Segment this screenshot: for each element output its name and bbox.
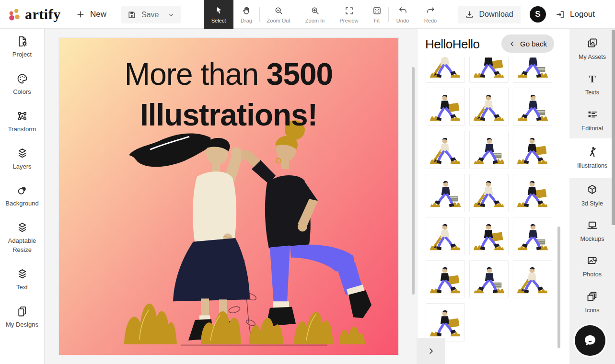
texts-icon: T bbox=[586, 72, 599, 85]
illustration-thumbnail[interactable] bbox=[513, 260, 552, 298]
icons-icon bbox=[586, 290, 599, 303]
panel-tab-photos[interactable]: Photos bbox=[569, 249, 615, 284]
photos-icon bbox=[586, 254, 599, 267]
workspace-scrollbar[interactable] bbox=[412, 67, 415, 295]
panel-tab-icons[interactable]: Icons bbox=[569, 285, 615, 320]
panel-tab-mockups[interactable]: Mockups bbox=[569, 214, 615, 249]
zoom-in-icon bbox=[310, 6, 320, 16]
chevron-right-icon bbox=[427, 347, 435, 355]
tool-fit[interactable]: Fit bbox=[365, 0, 388, 29]
my-assets-icon bbox=[586, 37, 599, 50]
illustration-thumbnail[interactable] bbox=[426, 57, 465, 83]
logout-icon bbox=[555, 10, 565, 20]
sidebar-item-transform[interactable]: ATransform bbox=[1, 110, 43, 134]
illustration-thumbnail[interactable] bbox=[513, 57, 552, 83]
panel-expand-button[interactable] bbox=[417, 338, 445, 364]
text-icon bbox=[16, 268, 29, 281]
tool-zoom-out[interactable]: Zoom Out bbox=[260, 0, 297, 29]
illustration-thumbnail[interactable] bbox=[469, 217, 509, 255]
illustration-thumbnail[interactable] bbox=[513, 174, 552, 212]
cursor-icon bbox=[214, 6, 224, 16]
bushes bbox=[124, 304, 365, 344]
workspace: More than 3500Illustrations! bbox=[45, 29, 417, 364]
download-icon bbox=[465, 10, 474, 19]
chat-bubble-button[interactable] bbox=[575, 325, 605, 356]
sidebar-item-adaptable-resize[interactable]: Adaptable Resize bbox=[1, 221, 43, 255]
save-icon bbox=[127, 10, 137, 20]
tool-group: SelectDragZoom OutZoom InPreviewFitUndoR… bbox=[204, 0, 444, 29]
thumbnail-grid-clip bbox=[426, 57, 557, 364]
editorial-icon bbox=[586, 108, 599, 121]
hand-icon bbox=[242, 6, 252, 16]
illustration-thumbnail[interactable] bbox=[426, 88, 465, 126]
background-icon bbox=[16, 184, 29, 197]
figure-right bbox=[241, 120, 371, 327]
panel-tab-3d-style[interactable]: 3d Style bbox=[569, 178, 615, 214]
colors-icon bbox=[16, 72, 29, 85]
right-sidebar: My AssetsTTextsEditorialIllustrations3d … bbox=[569, 29, 615, 364]
adaptable-resize-icon bbox=[16, 221, 29, 234]
logo-dots-icon bbox=[6, 6, 21, 23]
tool-zoom-in[interactable]: Zoom In bbox=[297, 0, 333, 29]
avatar[interactable]: S bbox=[530, 6, 546, 23]
go-back-button[interactable]: Go back bbox=[501, 34, 554, 53]
design-canvas[interactable]: More than 3500Illustrations! bbox=[59, 38, 398, 355]
illustration-thumbnail[interactable] bbox=[469, 260, 509, 298]
sidebar-item-project[interactable]: Project bbox=[1, 35, 43, 59]
illustrations-icon bbox=[586, 146, 599, 159]
sidebar-item-text[interactable]: Text bbox=[1, 268, 43, 292]
tool-undo[interactable]: Undo bbox=[389, 0, 417, 29]
chat-icon bbox=[582, 332, 598, 349]
illustration-thumbnail[interactable] bbox=[469, 88, 509, 126]
project-icon bbox=[16, 35, 29, 48]
illustration-thumbnail[interactable] bbox=[426, 131, 465, 169]
download-button[interactable]: Download bbox=[458, 6, 521, 23]
artify-app: artify New Save SelectDragZoom OutZoom I… bbox=[0, 0, 615, 364]
sidebar-item-layers[interactable]: Layers bbox=[1, 147, 43, 171]
preview-icon bbox=[344, 6, 354, 16]
app-logo[interactable]: artify bbox=[6, 0, 61, 29]
illustration-thumbnail[interactable] bbox=[426, 260, 465, 298]
illustration-thumbnail[interactable] bbox=[513, 217, 552, 255]
3d-style-icon bbox=[586, 183, 599, 196]
zoom-out-icon bbox=[274, 6, 284, 16]
illustration-thumbnail[interactable] bbox=[426, 303, 465, 341]
new-button[interactable]: New bbox=[76, 0, 106, 29]
sidebar-item-background[interactable]: Background bbox=[1, 184, 43, 208]
illustration-thumbnail[interactable] bbox=[469, 174, 509, 212]
tool-drag[interactable]: Drag bbox=[233, 0, 259, 29]
panel-scrollbar[interactable] bbox=[557, 227, 560, 348]
panel-tab-editorial[interactable]: Editorial bbox=[569, 103, 615, 138]
panel-tab-texts[interactable]: TTexts bbox=[569, 67, 615, 102]
topbar-right: Download S Logout bbox=[458, 0, 595, 29]
sidebar-item-my-designs[interactable]: My Designs bbox=[1, 305, 43, 330]
illustration-thumbnail[interactable] bbox=[426, 217, 465, 255]
tool-redo[interactable]: Redo bbox=[417, 0, 444, 29]
undo-icon bbox=[398, 6, 408, 16]
plus-icon bbox=[76, 10, 85, 19]
poster-heading: More than 3500Illustrations! bbox=[59, 54, 398, 136]
sidebar-item-colors[interactable]: Colors bbox=[1, 72, 43, 97]
topbar: artify New Save SelectDragZoom OutZoom I… bbox=[0, 0, 615, 29]
transform-icon: A bbox=[16, 110, 29, 123]
tool-select[interactable]: Select bbox=[204, 0, 233, 29]
chevron-left-icon bbox=[509, 40, 516, 47]
save-button[interactable]: Save bbox=[121, 6, 181, 23]
panel-tab-my-assets[interactable]: My Assets bbox=[569, 32, 615, 67]
illustration-thumbnail[interactable] bbox=[469, 131, 509, 169]
fit-icon bbox=[372, 6, 382, 16]
my-designs-icon bbox=[16, 305, 29, 318]
illustration-thumbnail[interactable] bbox=[469, 57, 509, 83]
panel-tab-illustrations[interactable]: Illustrations bbox=[569, 138, 615, 178]
illustration-thumbnail[interactable] bbox=[513, 131, 552, 169]
logout-button[interactable]: Logout bbox=[555, 10, 595, 20]
tool-preview[interactable]: Preview bbox=[333, 0, 365, 29]
mockups-icon bbox=[586, 219, 599, 232]
left-sidebar: ProjectColorsATransformLayersBackgroundA… bbox=[0, 29, 45, 364]
svg-text:T: T bbox=[589, 73, 595, 85]
illustration-thumbnail[interactable] bbox=[426, 174, 465, 212]
svg-text:A: A bbox=[21, 114, 23, 118]
illustration-thumbnail[interactable] bbox=[513, 88, 552, 126]
window-scrollbar[interactable] bbox=[612, 30, 615, 225]
chevron-down-icon bbox=[167, 11, 175, 19]
